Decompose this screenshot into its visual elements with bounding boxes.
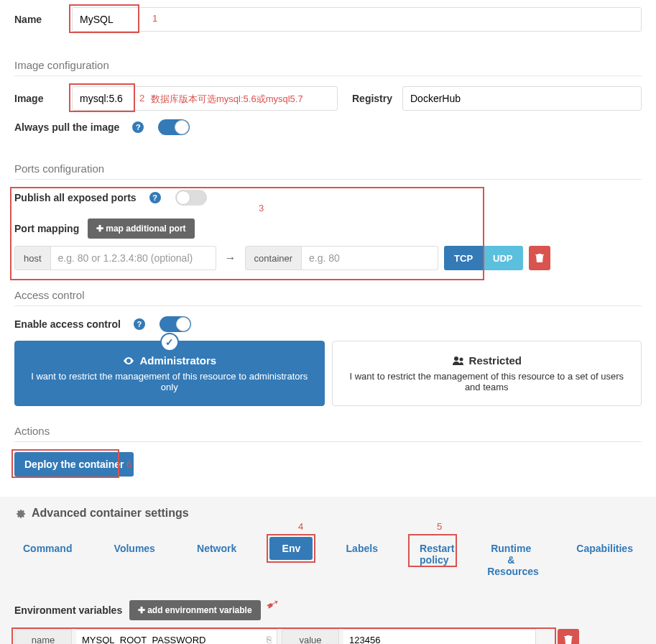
host-port-input[interactable] (51, 246, 216, 270)
tab-restart-policy[interactable]: Restart policy (411, 537, 454, 571)
annotation-1: 1 (152, 13, 157, 24)
svg-point-0 (454, 356, 458, 361)
eye-slash-icon (122, 356, 135, 366)
enable-access-toggle[interactable] (160, 316, 191, 332)
enable-access-label: Enable access control (14, 318, 121, 330)
users-icon (452, 356, 465, 366)
registry-input[interactable] (402, 86, 642, 111)
tab-env[interactable]: Env (269, 537, 313, 560)
admin-card-desc: I want to restrict the management of thi… (25, 371, 314, 392)
annotation-3: 3 (259, 203, 264, 213)
tab-volumes[interactable]: Volumes (106, 537, 164, 583)
env-name-addon: name (14, 629, 72, 644)
env-value-addon: value (282, 629, 339, 644)
port-mapping-label: Port mapping (14, 223, 79, 234)
image-label: Image (14, 93, 72, 104)
tab-capabilities[interactable]: Capabilities (568, 537, 642, 583)
help-icon[interactable]: ? (132, 121, 144, 133)
plus-icon: ✚ (138, 605, 145, 615)
delete-env-button[interactable] (558, 629, 579, 644)
tab-labels[interactable]: Labels (338, 537, 387, 583)
env-row: name ⎘ value (14, 629, 642, 644)
tab-network[interactable]: Network (188, 537, 245, 583)
registry-label: Registry (352, 93, 402, 104)
container-addon: container (245, 246, 302, 270)
name-label: Name (14, 14, 72, 25)
env-value-input[interactable] (343, 629, 536, 644)
check-icon: ✓ (160, 333, 179, 351)
annotation-2: 2 (139, 93, 144, 104)
tcp-button[interactable]: TCP (444, 246, 483, 270)
udp-button[interactable]: UDP (483, 246, 522, 270)
env-variables-label: Environment variables (14, 604, 122, 616)
deploy-button[interactable]: Deploy the container (14, 452, 134, 477)
tab-command[interactable]: Command (14, 537, 80, 583)
svg-point-1 (459, 357, 463, 361)
always-pull-label: Always pull the image (14, 121, 119, 133)
restricted-card-desc: I want to restrict the management of thi… (343, 371, 632, 392)
restricted-card[interactable]: Restricted I want to restrict the manage… (332, 341, 642, 406)
plus-icon: ✚ (96, 224, 103, 234)
trash-icon (564, 635, 573, 644)
arrow-annotation: ➸ (262, 592, 283, 615)
ports-config-header: Ports configuration (14, 162, 642, 180)
map-port-button[interactable]: ✚map additional port (88, 218, 194, 239)
annotation-4: 4 (298, 521, 303, 532)
access-control-header: Access control (14, 289, 642, 306)
publish-all-toggle[interactable] (175, 190, 207, 206)
image-config-header: Image configuration (14, 59, 642, 76)
always-pull-toggle[interactable] (158, 119, 190, 135)
add-env-button[interactable]: ✚add environment variable (129, 600, 260, 620)
advanced-settings-title: Advanced container settings (14, 507, 642, 520)
help-icon[interactable]: ? (134, 318, 145, 330)
gear-icon (14, 507, 26, 519)
publish-all-label: Publish all exposed ports (14, 192, 137, 203)
annotation-5: 5 (437, 521, 442, 532)
host-addon: host (14, 246, 51, 270)
container-port-input[interactable] (302, 246, 438, 270)
help-icon[interactable]: ? (149, 192, 161, 203)
administrators-card[interactable]: ✓ Administrators I want to restrict the … (14, 341, 325, 406)
delete-port-button[interactable] (529, 246, 550, 270)
actions-header: Actions (14, 425, 642, 442)
tab-runtime[interactable]: Runtime & Resources (479, 537, 543, 583)
annotation-2-text: 数据库版本可选mysql:5.6或mysql5.7 (151, 93, 303, 106)
trash-icon (535, 253, 544, 263)
arrow-icon: → (225, 252, 236, 264)
annotation-6: 6 (126, 459, 131, 469)
copy-icon[interactable]: ⎘ (267, 635, 272, 644)
env-name-input[interactable] (76, 629, 277, 644)
